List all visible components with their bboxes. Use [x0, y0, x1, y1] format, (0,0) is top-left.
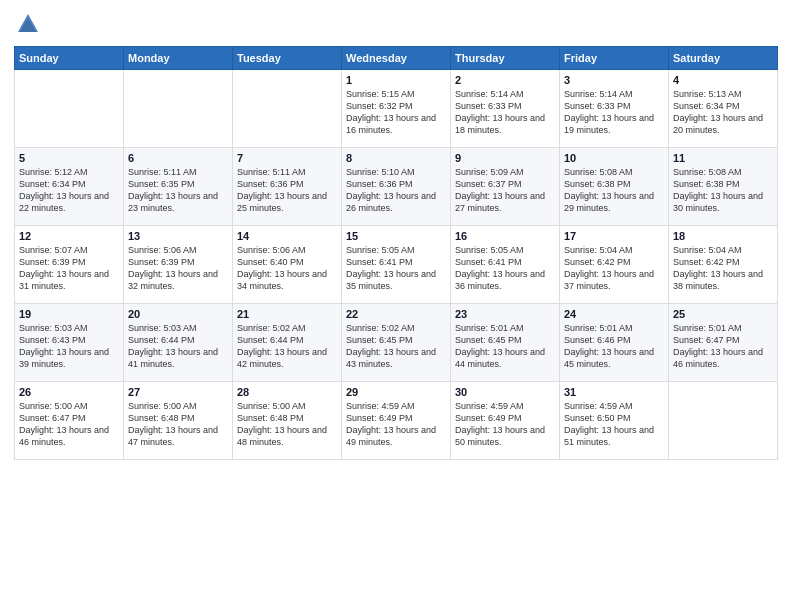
calendar-day-cell: 9Sunrise: 5:09 AMSunset: 6:37 PMDaylight… [451, 148, 560, 226]
day-info: Sunrise: 5:04 AMSunset: 6:42 PMDaylight:… [673, 244, 773, 293]
day-number: 20 [128, 308, 228, 320]
calendar-week-row: 26Sunrise: 5:00 AMSunset: 6:47 PMDayligh… [15, 382, 778, 460]
day-info: Sunrise: 5:10 AMSunset: 6:36 PMDaylight:… [346, 166, 446, 215]
calendar-day-cell: 17Sunrise: 5:04 AMSunset: 6:42 PMDayligh… [560, 226, 669, 304]
calendar-day-cell: 3Sunrise: 5:14 AMSunset: 6:33 PMDaylight… [560, 70, 669, 148]
calendar-day-cell: 5Sunrise: 5:12 AMSunset: 6:34 PMDaylight… [15, 148, 124, 226]
calendar-day-cell: 31Sunrise: 4:59 AMSunset: 6:50 PMDayligh… [560, 382, 669, 460]
day-number: 16 [455, 230, 555, 242]
calendar-day-cell: 27Sunrise: 5:00 AMSunset: 6:48 PMDayligh… [124, 382, 233, 460]
calendar-day-cell: 8Sunrise: 5:10 AMSunset: 6:36 PMDaylight… [342, 148, 451, 226]
calendar-day-cell: 11Sunrise: 5:08 AMSunset: 6:38 PMDayligh… [669, 148, 778, 226]
day-info: Sunrise: 5:14 AMSunset: 6:33 PMDaylight:… [455, 88, 555, 137]
day-info: Sunrise: 5:06 AMSunset: 6:39 PMDaylight:… [128, 244, 228, 293]
day-number: 4 [673, 74, 773, 86]
logo [14, 10, 46, 38]
day-number: 13 [128, 230, 228, 242]
calendar-day-cell: 20Sunrise: 5:03 AMSunset: 6:44 PMDayligh… [124, 304, 233, 382]
day-info: Sunrise: 5:02 AMSunset: 6:45 PMDaylight:… [346, 322, 446, 371]
day-number: 5 [19, 152, 119, 164]
day-number: 18 [673, 230, 773, 242]
calendar-day-cell: 25Sunrise: 5:01 AMSunset: 6:47 PMDayligh… [669, 304, 778, 382]
day-number: 26 [19, 386, 119, 398]
calendar-day-cell: 28Sunrise: 5:00 AMSunset: 6:48 PMDayligh… [233, 382, 342, 460]
weekday-header: Sunday [15, 47, 124, 70]
day-info: Sunrise: 5:00 AMSunset: 6:48 PMDaylight:… [128, 400, 228, 449]
calendar-day-cell: 2Sunrise: 5:14 AMSunset: 6:33 PMDaylight… [451, 70, 560, 148]
day-number: 30 [455, 386, 555, 398]
calendar-day-cell: 1Sunrise: 5:15 AMSunset: 6:32 PMDaylight… [342, 70, 451, 148]
calendar-day-cell: 29Sunrise: 4:59 AMSunset: 6:49 PMDayligh… [342, 382, 451, 460]
day-info: Sunrise: 5:08 AMSunset: 6:38 PMDaylight:… [673, 166, 773, 215]
weekday-header: Monday [124, 47, 233, 70]
header [14, 10, 778, 38]
day-info: Sunrise: 5:14 AMSunset: 6:33 PMDaylight:… [564, 88, 664, 137]
day-number: 11 [673, 152, 773, 164]
day-number: 28 [237, 386, 337, 398]
weekday-header: Thursday [451, 47, 560, 70]
day-info: Sunrise: 5:06 AMSunset: 6:40 PMDaylight:… [237, 244, 337, 293]
day-number: 8 [346, 152, 446, 164]
weekday-header: Tuesday [233, 47, 342, 70]
day-info: Sunrise: 5:00 AMSunset: 6:48 PMDaylight:… [237, 400, 337, 449]
calendar-day-cell: 23Sunrise: 5:01 AMSunset: 6:45 PMDayligh… [451, 304, 560, 382]
day-info: Sunrise: 4:59 AMSunset: 6:49 PMDaylight:… [346, 400, 446, 449]
day-number: 10 [564, 152, 664, 164]
calendar-day-cell: 16Sunrise: 5:05 AMSunset: 6:41 PMDayligh… [451, 226, 560, 304]
weekday-row: SundayMondayTuesdayWednesdayThursdayFrid… [15, 47, 778, 70]
calendar-day-cell: 26Sunrise: 5:00 AMSunset: 6:47 PMDayligh… [15, 382, 124, 460]
day-number: 21 [237, 308, 337, 320]
day-number: 15 [346, 230, 446, 242]
calendar-day-cell: 19Sunrise: 5:03 AMSunset: 6:43 PMDayligh… [15, 304, 124, 382]
day-info: Sunrise: 5:13 AMSunset: 6:34 PMDaylight:… [673, 88, 773, 137]
calendar-day-cell [669, 382, 778, 460]
day-info: Sunrise: 4:59 AMSunset: 6:50 PMDaylight:… [564, 400, 664, 449]
day-number: 6 [128, 152, 228, 164]
day-info: Sunrise: 5:07 AMSunset: 6:39 PMDaylight:… [19, 244, 119, 293]
day-info: Sunrise: 5:08 AMSunset: 6:38 PMDaylight:… [564, 166, 664, 215]
day-info: Sunrise: 5:03 AMSunset: 6:43 PMDaylight:… [19, 322, 119, 371]
calendar-day-cell: 12Sunrise: 5:07 AMSunset: 6:39 PMDayligh… [15, 226, 124, 304]
calendar-day-cell: 10Sunrise: 5:08 AMSunset: 6:38 PMDayligh… [560, 148, 669, 226]
calendar-week-row: 5Sunrise: 5:12 AMSunset: 6:34 PMDaylight… [15, 148, 778, 226]
day-info: Sunrise: 5:05 AMSunset: 6:41 PMDaylight:… [346, 244, 446, 293]
day-info: Sunrise: 5:09 AMSunset: 6:37 PMDaylight:… [455, 166, 555, 215]
day-number: 17 [564, 230, 664, 242]
calendar-week-row: 1Sunrise: 5:15 AMSunset: 6:32 PMDaylight… [15, 70, 778, 148]
day-info: Sunrise: 5:05 AMSunset: 6:41 PMDaylight:… [455, 244, 555, 293]
day-number: 29 [346, 386, 446, 398]
day-info: Sunrise: 4:59 AMSunset: 6:49 PMDaylight:… [455, 400, 555, 449]
calendar-table: SundayMondayTuesdayWednesdayThursdayFrid… [14, 46, 778, 460]
page: SundayMondayTuesdayWednesdayThursdayFrid… [0, 0, 792, 612]
day-info: Sunrise: 5:04 AMSunset: 6:42 PMDaylight:… [564, 244, 664, 293]
calendar-day-cell [233, 70, 342, 148]
calendar-day-cell: 21Sunrise: 5:02 AMSunset: 6:44 PMDayligh… [233, 304, 342, 382]
day-number: 19 [19, 308, 119, 320]
calendar-day-cell: 13Sunrise: 5:06 AMSunset: 6:39 PMDayligh… [124, 226, 233, 304]
day-number: 22 [346, 308, 446, 320]
calendar-day-cell: 6Sunrise: 5:11 AMSunset: 6:35 PMDaylight… [124, 148, 233, 226]
calendar-body: 1Sunrise: 5:15 AMSunset: 6:32 PMDaylight… [15, 70, 778, 460]
day-number: 27 [128, 386, 228, 398]
calendar-day-cell [15, 70, 124, 148]
calendar-day-cell: 4Sunrise: 5:13 AMSunset: 6:34 PMDaylight… [669, 70, 778, 148]
calendar-day-cell: 7Sunrise: 5:11 AMSunset: 6:36 PMDaylight… [233, 148, 342, 226]
day-info: Sunrise: 5:12 AMSunset: 6:34 PMDaylight:… [19, 166, 119, 215]
day-number: 24 [564, 308, 664, 320]
calendar-day-cell: 22Sunrise: 5:02 AMSunset: 6:45 PMDayligh… [342, 304, 451, 382]
calendar-day-cell: 15Sunrise: 5:05 AMSunset: 6:41 PMDayligh… [342, 226, 451, 304]
calendar-day-cell: 18Sunrise: 5:04 AMSunset: 6:42 PMDayligh… [669, 226, 778, 304]
calendar-day-cell [124, 70, 233, 148]
day-info: Sunrise: 5:11 AMSunset: 6:35 PMDaylight:… [128, 166, 228, 215]
calendar-week-row: 19Sunrise: 5:03 AMSunset: 6:43 PMDayligh… [15, 304, 778, 382]
day-info: Sunrise: 5:01 AMSunset: 6:46 PMDaylight:… [564, 322, 664, 371]
logo-icon [14, 10, 42, 38]
weekday-header: Wednesday [342, 47, 451, 70]
calendar-header: SundayMondayTuesdayWednesdayThursdayFrid… [15, 47, 778, 70]
day-info: Sunrise: 5:01 AMSunset: 6:45 PMDaylight:… [455, 322, 555, 371]
weekday-header: Saturday [669, 47, 778, 70]
day-info: Sunrise: 5:11 AMSunset: 6:36 PMDaylight:… [237, 166, 337, 215]
day-number: 2 [455, 74, 555, 86]
day-info: Sunrise: 5:15 AMSunset: 6:32 PMDaylight:… [346, 88, 446, 137]
day-number: 9 [455, 152, 555, 164]
